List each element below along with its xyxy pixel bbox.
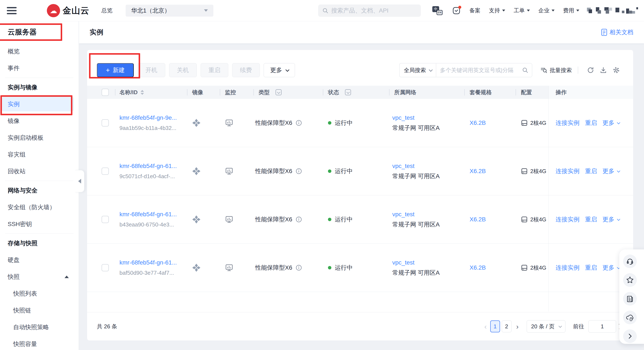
nav-beian[interactable]: 备案 (469, 7, 480, 14)
page-size-select[interactable]: 20 条 / 页 (527, 320, 566, 333)
vpc-link[interactable]: vpc_test (392, 114, 440, 121)
instance-name-link[interactable]: kmr-68feb54f-gn-61... (120, 211, 177, 218)
instance-name-link[interactable]: kmr-68feb54f-gn-61... (120, 259, 177, 266)
sidebar-item-images[interactable]: 镜像 (0, 113, 78, 129)
batch-search-button[interactable]: 批量搜索 (540, 67, 572, 74)
connect-instance-link[interactable]: 连接实例 (556, 167, 580, 175)
plan-link[interactable]: X6.2B (470, 168, 486, 175)
create-instance-button[interactable]: + 新建 (97, 63, 134, 77)
hamburger-menu-icon[interactable] (7, 7, 16, 14)
nav-enterprise[interactable]: 企业 (538, 7, 554, 14)
favorites-button[interactable] (623, 273, 637, 287)
notification-icon[interactable] (452, 6, 461, 15)
row-more-link[interactable]: 更多 (602, 264, 619, 272)
news-docs-button[interactable] (623, 292, 637, 306)
region-selector[interactable]: 华北1（北京） (126, 5, 214, 16)
toolbar-divider (578, 67, 578, 74)
related-docs-link[interactable]: 相关文档 (601, 28, 633, 36)
power-on-button[interactable]: 开机 (138, 63, 165, 77)
monitor-chart-icon[interactable] (225, 119, 234, 127)
export-download-button[interactable] (600, 67, 607, 74)
row-more-link[interactable]: 更多 (602, 167, 619, 175)
instance-id: 9c5071cf-d1e0-4acf-... (120, 173, 177, 180)
goto-page-input[interactable] (588, 320, 616, 333)
row-checkbox[interactable] (102, 168, 109, 175)
sidebar-item-recycle-bin[interactable]: 回收站 (0, 163, 78, 180)
plan-link[interactable]: X6.2B (470, 264, 486, 271)
row-checkbox[interactable] (102, 119, 109, 127)
sidebar-item-auto-snapshot-policy[interactable]: 自动快照策略 (0, 319, 78, 336)
restart-button[interactable]: 重启 (200, 63, 228, 77)
next-page-button[interactable]: › (515, 323, 520, 330)
filter-icon[interactable] (345, 89, 351, 95)
nav-support[interactable]: 支持 (489, 7, 505, 14)
keyword-search-box[interactable] (436, 63, 532, 77)
monitor-chart-icon[interactable] (225, 215, 234, 224)
sort-icon[interactable] (140, 90, 144, 95)
vpc-link[interactable]: vpc_test (392, 259, 440, 266)
announcement-button[interactable] (623, 311, 637, 324)
info-icon[interactable] (296, 216, 302, 223)
instance-name-link[interactable]: kmr-68feb54f-gn-9e... (120, 311, 177, 312)
overview-link[interactable]: 总览 (101, 7, 112, 14)
restart-link[interactable]: 重启 (585, 215, 597, 223)
select-all-checkbox[interactable] (102, 89, 109, 96)
info-icon[interactable] (296, 168, 302, 174)
instance-name-link[interactable]: kmr-68feb54f-gn-9e... (120, 114, 177, 121)
row-checkbox[interactable] (102, 264, 109, 271)
renew-button[interactable]: 续费 (232, 63, 260, 77)
sidebar-item-events[interactable]: 事件 (0, 60, 78, 77)
page-1-button[interactable]: 1 (490, 321, 500, 332)
row-more-link[interactable]: 更多 (602, 119, 619, 127)
sidebar-item-launch-templates[interactable]: 实例启动模板 (0, 129, 78, 146)
monitor-chart-icon[interactable] (225, 167, 234, 175)
sidebar-item-snapshots[interactable]: 快照 (0, 268, 78, 285)
filter-icon[interactable] (276, 89, 282, 95)
nav-billing[interactable]: 费用 (563, 7, 579, 14)
table-settings-button[interactable] (612, 66, 620, 74)
sidebar-item-security-groups[interactable]: 安全组（防火墙） (0, 199, 78, 216)
shutdown-button[interactable]: 关机 (169, 63, 197, 77)
vpc-link[interactable]: vpc_test (392, 211, 440, 218)
restart-link[interactable]: 重启 (585, 119, 597, 127)
info-icon[interactable] (296, 120, 302, 126)
panel-expand-button[interactable] (623, 329, 637, 343)
refresh-button[interactable] (587, 67, 594, 74)
keyword-search-input[interactable] (440, 67, 522, 74)
sidebar-item-disaster-recovery-groups[interactable]: 容灾组 (0, 146, 78, 163)
instance-name-link[interactable]: kmr-68feb54f-gn-61... (120, 163, 177, 170)
chevron-down-icon (576, 9, 579, 11)
vpc-link[interactable]: vpc_test (392, 311, 414, 312)
customer-service-button[interactable] (623, 255, 637, 268)
connect-instance-link[interactable]: 连接实例 (556, 264, 580, 272)
connect-instance-link[interactable]: 连接实例 (556, 215, 580, 223)
plan-link[interactable]: X6.2B (470, 216, 486, 223)
connect-instance-link[interactable]: 连接实例 (556, 119, 580, 127)
row-more-link[interactable]: 更多 (602, 215, 619, 223)
restart-link[interactable]: 重启 (585, 167, 597, 175)
vpc-link[interactable]: vpc_test (392, 163, 440, 170)
plan-link[interactable]: X6.2B (470, 120, 486, 126)
sidebar-item-ssh-keys[interactable]: SSH密钥 (0, 216, 78, 232)
monitor-chart-icon[interactable] (225, 263, 234, 272)
global-search-box[interactable] (318, 4, 421, 17)
sidebar-item-instances[interactable]: 实例 (0, 96, 78, 113)
restart-link[interactable]: 重启 (585, 264, 597, 272)
search-input[interactable] (331, 7, 416, 14)
sidebar-item-snapshot-chain[interactable]: 快照链 (0, 302, 78, 319)
language-toggle-icon[interactable]: 中 EN (432, 6, 442, 15)
user-account-redacted[interactable] (587, 6, 638, 15)
sidebar-collapse-handle[interactable] (75, 170, 84, 192)
row-checkbox[interactable] (102, 216, 109, 223)
kingsoft-cloud-logo[interactable]: ☁ 金山云 (47, 4, 90, 17)
info-icon[interactable] (296, 265, 302, 271)
nav-ticket[interactable]: 工单 (514, 7, 530, 14)
sidebar-item-snapshot-capacity[interactable]: 快照容量 (0, 336, 78, 350)
sidebar-item-snapshot-list[interactable]: 快照列表 (0, 285, 78, 302)
page-2-button[interactable]: 2 (502, 321, 512, 332)
search-scope-select[interactable]: 全局搜索 (399, 63, 436, 77)
sidebar-item-disks[interactable]: 硬盘 (0, 252, 78, 268)
prev-page-button[interactable]: ‹ (483, 323, 488, 330)
sidebar-item-overview[interactable]: 概览 (0, 43, 78, 60)
more-actions-button[interactable]: 更多 (264, 63, 295, 77)
